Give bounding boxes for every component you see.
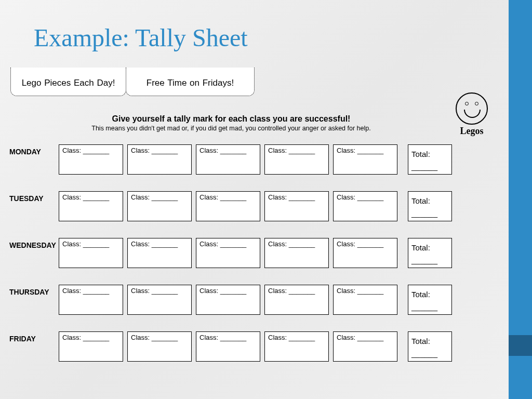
day-row: MONDAY Class: _______ Class: _______ Cla… [9,144,482,176]
class-cells: Class: _______ Class: _______ Class: ___… [59,331,397,362]
class-cell: Class: _______ [59,331,123,362]
total-cell: Total: ______ [408,144,452,175]
class-cells: Class: _______ Class: _______ Class: ___… [59,144,397,175]
day-label: TUESDAY [9,191,59,203]
class-cell: Class: _______ [59,191,123,221]
day-row: THURSDAY Class: _______ Class: _______ C… [9,285,482,316]
class-cell: Class: _______ [333,331,397,362]
class-cell: Class: _______ [264,191,329,221]
total-line: ______ [411,256,437,264]
day-label: WEDNESDAY [9,238,59,249]
class-cells: Class: _______ Class: _______ Class: ___… [59,285,397,315]
total-label: Total: [411,290,430,299]
class-cell: Class: _______ [196,285,260,315]
class-cell: Class: _______ [333,191,397,221]
class-cell: Class: _______ [59,144,123,175]
total-cell: Total: ______ [408,331,452,362]
instruction-bold: Give yourself a tally mark for each clas… [68,114,395,124]
class-cell: Class: _______ [264,331,329,362]
reward-box-legos-text: Lego Pieces Each Day! [22,78,115,88]
class-cell: Class: _______ [333,285,397,315]
smiley-icon [456,92,488,125]
side-accent-bar-dark [509,335,532,356]
class-cell: Class: _______ [127,191,192,221]
class-cell: Class: _______ [127,238,192,268]
class-cell: Class: _______ [127,285,192,315]
slide: Example: Tally Sheet Lego Pieces Each Da… [0,0,532,399]
class-cell: Class: _______ [264,238,329,268]
total-line: ______ [411,349,437,358]
total-cell: Total: ______ [408,285,452,315]
total-cell: Total: ______ [408,191,452,221]
reward-boxes: Lego Pieces Each Day! Free Time on Frida… [10,68,254,96]
instruction-block: Give yourself a tally mark for each clas… [68,114,395,132]
tally-grid: MONDAY Class: _______ Class: _______ Cla… [9,144,482,378]
day-label: FRIDAY [9,331,59,343]
instruction-sub: This means you didn't get mad or, if you… [68,125,395,132]
day-label: MONDAY [9,144,59,156]
smiley-block: Legos [456,92,488,137]
day-label: THURSDAY [9,285,59,296]
class-cell: Class: _______ [59,285,123,315]
total-line: ______ [411,162,437,171]
total-label: Total: [411,196,430,205]
class-cell: Class: _______ [196,238,260,268]
class-cell: Class: _______ [196,191,260,221]
class-cell: Class: _______ [127,144,192,175]
slide-title: Example: Tally Sheet [34,23,248,52]
day-row: FRIDAY Class: _______ Class: _______ Cla… [9,331,482,363]
total-label: Total: [411,243,430,252]
day-row: TUESDAY Class: _______ Class: _______ Cl… [9,191,482,222]
class-cells: Class: _______ Class: _______ Class: ___… [59,238,397,268]
class-cell: Class: _______ [196,144,260,175]
day-row: WEDNESDAY Class: _______ Class: _______ … [9,238,482,269]
class-cell: Class: _______ [333,144,397,175]
class-cell: Class: _______ [264,285,329,315]
class-cell: Class: _______ [333,238,397,268]
smiley-label: Legos [456,126,488,137]
total-cell: Total: ______ [408,238,452,268]
reward-box-legos: Lego Pieces Each Day! [10,68,126,96]
total-line: ______ [411,209,437,218]
class-cell: Class: _______ [264,144,329,175]
class-cell: Class: _______ [127,331,192,362]
class-cells: Class: _______ Class: _______ Class: ___… [59,191,397,221]
total-line: ______ [411,302,437,311]
class-cell: Class: _______ [59,238,123,268]
total-label: Total: [411,150,430,158]
total-label: Total: [411,337,430,345]
class-cell: Class: _______ [196,331,260,362]
reward-box-freetime: Free Time on Fridays! [126,68,255,96]
reward-box-freetime-text: Free Time on Fridays! [147,78,234,88]
